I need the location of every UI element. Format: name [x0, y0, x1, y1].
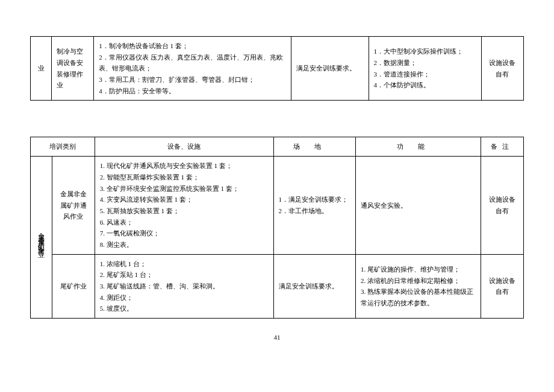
cell-function: 通风安全实验。 [356, 157, 481, 255]
table-refrigeration: 业 制冷与空调设备安装修理作业 1．制冷制热设备试验台 1 套； 2．常用仪器仪… [30, 36, 524, 101]
list-item: 7. 一氧化碳检测仪； [100, 228, 269, 239]
list-item: 1．大中型制冷实际操作训练； [374, 46, 476, 57]
list-item: 1. 现代化矿井通风系统与安全实验装置 1 套； [100, 160, 269, 172]
list-item: 4．防护用品：安全带等。 [99, 86, 286, 97]
spacer [30, 101, 524, 137]
cell-equipment: 1. 现代化矿井通风系统与安全实验装置 1 套； 2. 智能型瓦斯爆炸实验装置 … [95, 157, 273, 255]
vertical-text: 金属非金属矿山安全作业 [36, 228, 47, 247]
list-item: 2. 浓缩机的日常维修和定期检修； [361, 275, 476, 287]
list-item: 1. 尾矿设施的操作、维护与管理； [361, 264, 476, 275]
list-item: 2．常用仪器仪表 压力表、真空压力表、温度计、万用表、兆欧表、钳形电流表； [99, 52, 286, 74]
table-row: 尾矿作业 1. 浓缩机 1 台； 2. 尾矿泵站 1 台； 3. 尾矿输送线路：… [31, 254, 524, 318]
cell-category-main: 金属非金属矿山安全作业 [31, 157, 52, 319]
table-row: 金属非金属矿山安全作业 金属非金属矿井通风作业 1. 现代化矿井通风系统与安全实… [31, 157, 524, 255]
header-function: 功能 [356, 137, 481, 157]
list-item: 4. 灾变风流逆转实验装置 1 套； [100, 194, 269, 205]
header-category: 培训类别 [31, 137, 95, 157]
list-item: 1．满足安全训练要求； [279, 194, 351, 205]
list-item: 4．个体防护训练。 [374, 79, 476, 91]
list-item: 6. 风速表； [100, 217, 269, 228]
table-header-row: 培训类别 设备、设施 场地 功能 备注 [31, 137, 524, 157]
cell-site: 满足安全训练要求。 [291, 37, 369, 101]
cell-site: 1．满足安全训练要求； 2．非工作场地。 [273, 157, 356, 255]
list-item: 3. 熟练掌握本岗位设备的基本性能级正常运行状态的技术参数。 [361, 286, 476, 308]
header-equipment: 设备、设施 [95, 137, 273, 157]
cell-category-sub: 金属非金属矿井通风作业 [52, 157, 95, 255]
document-page: 业 制冷与空调设备安装修理作业 1．制冷制热设备试验台 1 套； 2．常用仪器仪… [0, 0, 554, 353]
header-note: 备注 [481, 137, 523, 157]
cell-category-sub: 制冷与空调设备安装修理作业 [52, 37, 94, 101]
cell-note: 设施设备自有 [481, 254, 523, 318]
list-item: 1. 浓缩机 1 台； [100, 258, 269, 270]
list-item: 3. 尾矿输送线路：管、槽、沟、渠和洞。 [100, 281, 269, 292]
cell-site: 满足安全训练要求。 [273, 254, 356, 318]
header-site: 场地 [273, 137, 356, 157]
cell-note: 设施设备自有 [481, 37, 523, 101]
cell-equipment: 1．制冷制热设备试验台 1 套； 2．常用仪器仪表 压力表、真空压力表、温度计、… [94, 37, 291, 101]
cell-category-sub: 尾矿作业 [52, 254, 95, 318]
list-item: 2．非工作场地。 [279, 205, 351, 217]
cell-note: 设施设备自有 [481, 157, 523, 255]
cell-function: 1. 尾矿设施的操作、维护与管理； 2. 浓缩机的日常维修和定期检修； 3. 熟… [356, 254, 481, 318]
table-mining: 培训类别 设备、设施 场地 功能 备注 金属非金属矿山安全作业 金属非金属矿井通… [30, 137, 524, 319]
list-item: 5. 坡度仪。 [100, 303, 269, 314]
table-row: 业 制冷与空调设备安装修理作业 1．制冷制热设备试验台 1 套； 2．常用仪器仪… [31, 37, 524, 101]
cell-equipment: 1. 浓缩机 1 台； 2. 尾矿泵站 1 台； 3. 尾矿输送线路：管、槽、沟… [95, 254, 273, 318]
page-number: 41 [30, 334, 524, 341]
list-item: 3．常用工具：割管刀、扩涨管器、弯管器、封口钳； [99, 74, 286, 86]
list-item: 3. 全矿井环境安全监测监控系统实验装置 1 套； [100, 183, 269, 194]
list-item: 2．数据测量； [374, 57, 476, 69]
list-item: 2. 尾矿泵站 1 台； [100, 269, 269, 281]
list-item: 4. 测距仪； [100, 292, 269, 303]
list-item: 5. 瓦斯抽放实验装置 1 套； [100, 205, 269, 217]
list-item: 1．制冷制热设备试验台 1 套； [99, 40, 286, 52]
list-item: 8. 测尘表。 [100, 239, 269, 250]
list-item: 3．管道连接操作； [374, 69, 476, 80]
cell-function: 1．大中型制冷实际操作训练； 2．数据测量； 3．管道连接操作； 4．个体防护训… [369, 37, 481, 101]
cell-category-main: 业 [31, 37, 52, 101]
list-item: 2. 智能型瓦斯爆炸实验装置 1 套； [100, 172, 269, 183]
